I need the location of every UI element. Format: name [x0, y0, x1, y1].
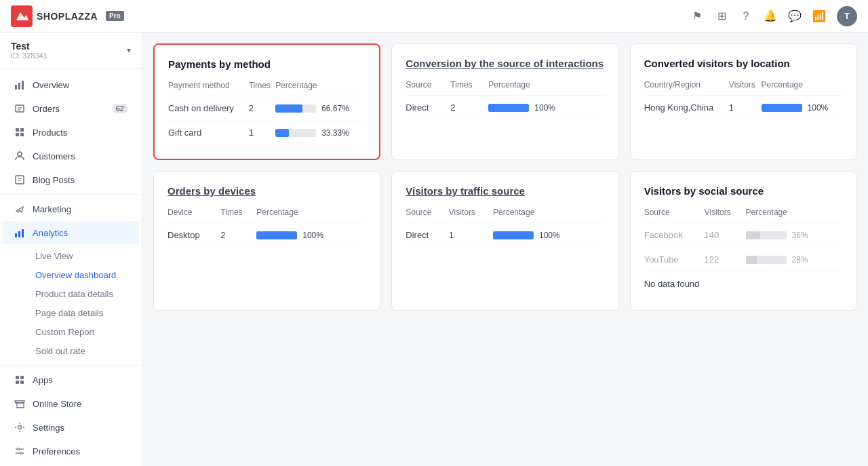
payment-pct-2: 33.33% [275, 121, 366, 145]
orders-devices-table: Device Times Percentage Desktop 2 [167, 208, 366, 248]
table-row: No data found [644, 272, 843, 296]
avatar[interactable]: T [837, 6, 857, 26]
visitors-social-table: Source Visitors Percentage Facebook 140 [644, 208, 843, 296]
bell-icon[interactable]: 🔔 [764, 9, 777, 23]
wifi-icon[interactable]: 📶 [812, 9, 826, 23]
od-col-pct: Percentage [256, 208, 366, 223]
svg-rect-8 [20, 128, 24, 132]
customers-icon [14, 150, 26, 162]
payments-table: Payment method Times Percentage Cash on … [168, 81, 366, 145]
converted-visitors-card: Converted visitors by location Country/R… [630, 43, 857, 160]
vt-col-pct: Percentage [493, 208, 605, 223]
svg-rect-9 [16, 133, 19, 136]
sidebar-item-online-store[interactable]: Online Store [3, 392, 139, 415]
svg-point-11 [18, 152, 22, 156]
sidebar-item-sold-out-rate[interactable]: Sold out rate [27, 342, 139, 360]
sidebar-item-blog[interactable]: Blog Posts [3, 168, 139, 191]
vs-col-visitors: Visitors [705, 208, 746, 223]
payment-method-1: Cash on delivery [168, 96, 249, 121]
grid-icon[interactable]: ⊞ [715, 9, 728, 23]
orders-devices-card: Orders by devices Device Times Percentag… [153, 171, 380, 311]
products-icon [14, 126, 26, 138]
table-row: Desktop 2 100% [167, 223, 366, 248]
od-device-1: Desktop [167, 223, 220, 248]
sidebar-item-custom-report[interactable]: Custom Report [27, 323, 139, 341]
conversion-table: Source Times Percentage Direct 2 [406, 80, 604, 120]
payments-card: Payments by method Payment method Times … [153, 43, 380, 160]
vt-col-visitors: Visitors [449, 208, 493, 223]
sidebar-item-analytics[interactable]: Analytics [3, 221, 139, 244]
svg-rect-3 [22, 81, 24, 90]
store-header[interactable]: Test ID: 328341 ▾ [0, 33, 142, 69]
store-id: ID: 328341 [11, 52, 47, 60]
svg-rect-15 [15, 233, 17, 237]
sidebar-item-marketing-label: Marketing [33, 204, 71, 214]
payment-method-2: Gift card [168, 121, 249, 145]
od-times-1: 2 [220, 223, 256, 248]
svg-point-22 [18, 426, 22, 429]
od-pct-1: 100% [256, 223, 366, 248]
table-row: Hong Kong,China 1 100% [644, 96, 843, 120]
help-icon[interactable]: ? [739, 9, 753, 23]
orders-devices-title: Orders by devices [167, 185, 366, 197]
table-row: Direct 2 100% [406, 96, 604, 120]
sidebar-item-apps[interactable]: Apps [3, 368, 139, 391]
vt-visitors-1: 1 [449, 223, 493, 248]
svg-point-26 [20, 452, 22, 454]
sidebar-item-live-view[interactable]: Live View [27, 247, 139, 265]
od-col-times: Times [220, 208, 256, 223]
payment-times-1: 2 [249, 96, 275, 121]
conversion-pct-1: 100% [488, 96, 604, 120]
conversion-times-1: 2 [450, 96, 488, 120]
vt-col-source: Source [406, 208, 448, 223]
conversion-card: Conversion by the source of interactions… [391, 43, 618, 160]
vs-visitors-2: 122 [705, 248, 746, 272]
vs-col-pct: Percentage [746, 208, 843, 223]
vt-pct-1: 100% [493, 223, 605, 248]
table-row: Cash on delivery 2 66.67% [168, 96, 366, 121]
sidebar-item-settings[interactable]: Settings [3, 416, 139, 439]
sidebar-item-customers[interactable]: Customers [3, 144, 139, 168]
sidebar-item-page-data-details[interactable]: Page data details [27, 304, 139, 322]
cv-col-visitors: Visitors [729, 80, 762, 96]
flag-icon[interactable]: ⚑ [690, 9, 704, 23]
sidebar-item-overview-dashboard[interactable]: Overview dashboard [27, 266, 139, 284]
svg-rect-21 [20, 381, 24, 384]
svg-rect-7 [16, 128, 19, 132]
svg-rect-18 [16, 376, 19, 379]
sidebar-item-apps-label: Apps [33, 375, 53, 385]
payments-card-title: Payments by method [168, 58, 366, 70]
svg-rect-1 [15, 85, 17, 90]
sidebar: Test ID: 328341 ▾ Overview Orders 62 [0, 33, 142, 466]
analytics-submenu: Live View Overview dashboard Product dat… [0, 245, 142, 362]
od-col-device: Device [167, 208, 220, 223]
sidebar-item-blog-label: Blog Posts [33, 175, 75, 185]
visitors-traffic-table: Source Visitors Percentage Direct 1 [406, 208, 604, 248]
conversion-col-source: Source [406, 80, 450, 96]
sidebar-item-orders[interactable]: Orders 62 [3, 97, 139, 120]
topbar: SHOPLAZZA Pro ⚑ ⊞ ? 🔔 💬 📶 T [0, 0, 868, 33]
sidebar-item-online-store-label: Online Store [33, 399, 81, 409]
bottom-cards-row: Orders by devices Device Times Percentag… [153, 171, 857, 311]
sidebar-item-products-label: Products [33, 128, 67, 138]
sidebar-item-preferences[interactable]: Preferences [3, 440, 139, 463]
payments-col-pct: Percentage [275, 81, 366, 96]
table-row: Direct 1 100% [406, 223, 604, 248]
svg-rect-17 [22, 229, 24, 237]
logo[interactable]: SHOPLAZZA [11, 5, 98, 27]
sidebar-item-products[interactable]: Products [3, 121, 139, 144]
vs-source-2: YouTube [644, 248, 705, 272]
chat-icon[interactable]: 💬 [788, 9, 802, 23]
sidebar-item-orders-label: Orders [33, 104, 60, 114]
sidebar-item-marketing[interactable]: Marketing [3, 197, 139, 220]
sidebar-item-overview[interactable]: Overview [3, 73, 139, 96]
sidebar-item-customers-label: Customers [33, 151, 75, 161]
logo-text: SHOPLAZZA [37, 11, 98, 22]
sidebar-item-product-data-details[interactable]: Product data details [27, 285, 139, 303]
svg-rect-4 [16, 105, 24, 112]
table-row: Facebook 140 36% [644, 223, 843, 248]
svg-rect-2 [18, 83, 20, 90]
sidebar-item-settings-label: Settings [33, 423, 64, 433]
visitors-traffic-card: Visitors by traffic source Source Visito… [391, 171, 618, 311]
cv-col-region: Country/Region [644, 80, 729, 96]
